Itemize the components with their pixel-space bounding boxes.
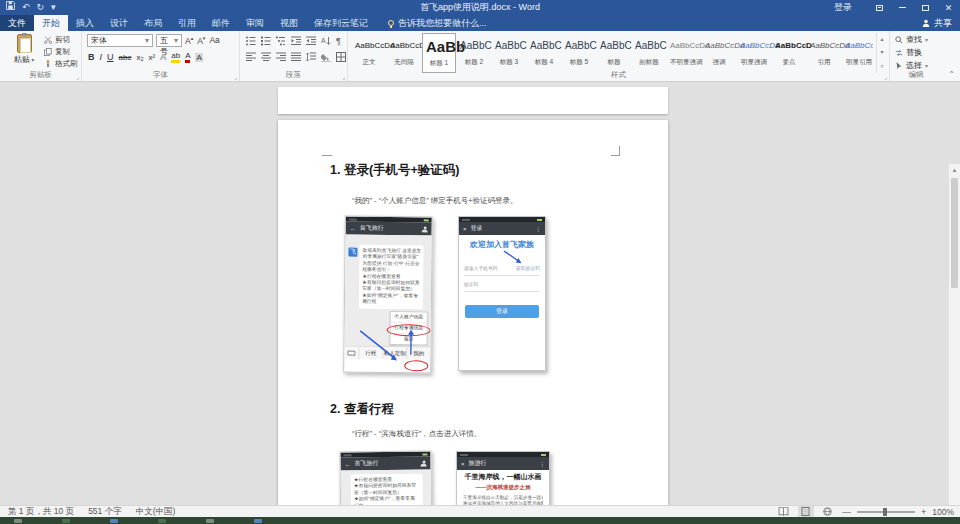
shrink-font-button[interactable]: A▾ — [197, 35, 205, 46]
qat-customize-icon[interactable]: ▾ — [51, 0, 56, 15]
share-button[interactable]: 共享 — [922, 15, 952, 31]
font-family-select[interactable]: 宋体▾ — [87, 34, 153, 47]
style-item[interactable]: AaBbCcD 要点 — [772, 33, 806, 73]
bullets-icon[interactable] — [246, 36, 256, 46]
ribbon-tab[interactable]: 审阅 — [238, 15, 272, 31]
copy-button[interactable]: 复制 — [44, 46, 82, 58]
zoom-level[interactable]: 100% — [932, 507, 954, 517]
multilevel-list-icon[interactable] — [276, 36, 286, 46]
menu-popup-item[interactable]: 返回 — [390, 334, 426, 344]
sort-icon[interactable] — [321, 36, 331, 46]
align-center-icon[interactable] — [261, 52, 271, 62]
close-button[interactable]: ✕ — [937, 0, 960, 15]
style-item[interactable]: AaBbCcDd 正文 — [352, 33, 386, 73]
document-page[interactable]: 1. 登录(手机号+验证码) “我的” - “个人账户信息” 绑定手机号+验证码… — [278, 120, 668, 505]
scroll-up-arrow[interactable]: ▲ — [949, 164, 960, 176]
character-shading-button[interactable]: A — [195, 53, 202, 62]
style-item[interactable]: AaBbCcDd 强调 — [702, 33, 736, 73]
replace-button[interactable]: 替换 — [895, 47, 922, 58]
page-indicator[interactable]: 第 1 页，共 10 页 — [8, 506, 74, 518]
language-indicator[interactable]: 中文(中国) — [136, 506, 176, 518]
styles-dialog-launcher[interactable]: ⌟ — [884, 73, 887, 80]
taskbar-icon[interactable] — [110, 519, 118, 523]
redo-icon[interactable]: ↻ — [37, 0, 45, 15]
font-size-select[interactable]: 五号▾ — [156, 34, 182, 47]
paragraph-dialog-launcher[interactable]: ⌟ — [342, 73, 345, 80]
borders-icon[interactable] — [336, 52, 346, 62]
format-painter-button[interactable]: 格式刷 — [44, 58, 82, 70]
zoom-out-button[interactable]: — — [842, 507, 851, 517]
login-button[interactable]: 登录 — [465, 305, 539, 318]
align-left-icon[interactable] — [246, 52, 256, 62]
ribbon-tab[interactable]: 布局 — [136, 15, 170, 31]
taskbar-icon[interactable] — [206, 519, 214, 523]
style-item[interactable]: AaBbCcDd 不明显强调 — [667, 33, 701, 73]
ribbon-tab[interactable]: 视图 — [272, 15, 306, 31]
increase-indent-icon[interactable] — [306, 36, 316, 46]
phone-number-field[interactable]: 请输入手机号码 获取验证码 — [464, 261, 540, 276]
scrollbar-thumb[interactable] — [951, 178, 958, 288]
ribbon-tab[interactable]: 插入 — [68, 15, 102, 31]
taskbar-icon[interactable] — [254, 519, 262, 523]
tab-file[interactable]: 文件 — [0, 15, 34, 31]
menu-popup-item[interactable]: 个人账户信息 — [391, 312, 427, 323]
decrease-indent-icon[interactable] — [291, 36, 301, 46]
verification-code-field[interactable]: 验证码 — [464, 277, 540, 292]
style-item[interactable]: AaBbC 副标题 — [632, 33, 666, 73]
style-item[interactable]: AaBbC 标题 3 — [492, 33, 526, 73]
zoom-slider-knob[interactable] — [883, 508, 887, 516]
shading-icon[interactable] — [321, 52, 331, 62]
grow-font-button[interactable]: A▴ — [185, 35, 193, 46]
menu-popup-item[interactable]: 行程专属信息 — [391, 323, 427, 334]
document-canvas[interactable]: 1. 登录(手机号+验证码) “我的” - “个人账户信息” 绑定手机号+验证码… — [0, 82, 960, 505]
undo-icon[interactable]: ↶ — [22, 0, 30, 15]
justify-icon[interactable] — [291, 52, 301, 62]
find-button[interactable]: 查找▾ — [895, 34, 928, 45]
change-case-button[interactable]: Aa — [209, 35, 219, 46]
zoom-slider[interactable] — [857, 511, 915, 513]
tell-me-box[interactable]: 告诉我您想要做什么... — [388, 15, 487, 31]
style-item[interactable]: AaBbC 标题 5 — [562, 33, 596, 73]
save-icon[interactable] — [6, 0, 15, 15]
styles-scroll-up[interactable]: ▴ — [877, 33, 887, 46]
style-item[interactable]: AaBbCcDd 明显引用 — [842, 33, 873, 73]
underline-button[interactable]: U — [107, 52, 114, 62]
ribbon-tab[interactable]: 设计 — [102, 15, 136, 31]
font-dialog-launcher[interactable]: ⌟ — [234, 73, 237, 80]
ribbon-display-options-button[interactable] — [868, 0, 891, 15]
chat-menu-item[interactable]: 私人定制 — [382, 347, 406, 359]
styles-scroll-down[interactable]: ▾ — [877, 46, 887, 59]
strikethrough-button[interactable]: abc — [119, 53, 132, 62]
style-item[interactable]: AaBbCcDd 引用 — [807, 33, 841, 73]
style-item[interactable]: AaBbC 标题 — [597, 33, 631, 73]
style-item[interactable]: AaBbC 标题 4 — [527, 33, 561, 73]
chat-menu-item[interactable]: 行程 — [358, 347, 382, 359]
taskbar-icon[interactable] — [158, 519, 166, 523]
superscript-button[interactable]: x² — [149, 53, 156, 62]
numbering-icon[interactable] — [261, 36, 271, 46]
ribbon-tab[interactable]: 邮件 — [204, 15, 238, 31]
maximize-button[interactable] — [914, 0, 937, 15]
collapse-ribbon-icon[interactable]: ⌃ — [948, 70, 955, 79]
subscript-button[interactable]: x₂ — [136, 53, 143, 62]
read-mode-button[interactable] — [776, 506, 792, 517]
chat-menu-item[interactable]: 我的 — [406, 347, 430, 359]
align-right-icon[interactable] — [276, 52, 286, 62]
cut-button[interactable]: 剪切 — [44, 34, 82, 46]
text-effects-button[interactable]: A — [160, 52, 166, 62]
style-item[interactable]: AaBbC 标题 2 — [457, 33, 491, 73]
taskbar-icon[interactable] — [14, 519, 22, 523]
print-layout-button[interactable] — [798, 506, 814, 517]
word-count[interactable]: 551 个字 — [88, 506, 122, 518]
ribbon-tab[interactable]: 引用 — [170, 15, 204, 31]
highlight-color-button[interactable]: ab — [171, 52, 180, 63]
style-item[interactable]: AaBbCcDd 明显强调 — [737, 33, 771, 73]
web-layout-button[interactable] — [820, 506, 836, 517]
style-item[interactable]: AaBb 标题 1 — [422, 33, 456, 73]
paste-button[interactable]: 粘贴 ▾ — [8, 34, 40, 70]
keyboard-icon[interactable] — [347, 350, 355, 355]
ribbon-tab[interactable]: 保存到云笔记 — [306, 15, 376, 31]
show-marks-icon[interactable]: ¶ — [336, 36, 341, 46]
clipboard-dialog-launcher[interactable]: ⌟ — [76, 73, 79, 80]
zoom-in-button[interactable]: + — [921, 507, 926, 517]
